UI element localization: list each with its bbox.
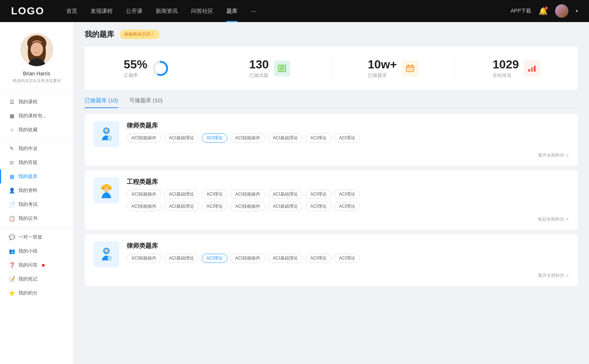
expand-lawyer-1-button[interactable]: 展开全部科目 ∨ (94, 152, 569, 158)
nav-open-course[interactable]: 公开课 (126, 8, 142, 15)
course-packages-icon: ▦ (9, 113, 15, 119)
questionbank-label: 我的题库 (18, 173, 38, 180)
layout: Brian Harris 错误的决定比没有决定要好 ☰ 我的课程 ▦ 我的课程包… (0, 22, 589, 364)
sidebar-item-answers[interactable]: ❓ 我的问答 (0, 258, 73, 272)
collapse-engineer-button[interactable]: 收起全部科目 ∧ (94, 216, 569, 222)
tag-0[interactable]: ACI技能操作 (127, 133, 161, 143)
done-banks-icon (402, 60, 418, 76)
l2-tag-1[interactable]: ACI基础理论 (164, 254, 199, 263)
group-icon: 👥 (9, 248, 15, 254)
tag-2[interactable]: ACI理论 (202, 133, 228, 143)
group-label: 我的小组 (18, 248, 38, 254)
svg-point-3 (31, 42, 43, 56)
stat-rank: 1029 全站排名 (455, 54, 578, 82)
one-on-one-label: 一对一答疑 (18, 234, 42, 240)
eng-tag-r1-3[interactable]: ACI技能操作 (230, 190, 265, 199)
homework-label: 我的作业 (18, 145, 38, 152)
svg-point-22 (107, 136, 112, 140)
user-dropdown-arrow[interactable]: ▾ (576, 8, 578, 14)
eng-tag-r1-6[interactable]: ACI理论 (334, 190, 360, 199)
qbank-card-engineer-header: 工程类题库 ACI技能操作 ACI基础理论 ACI理论 ACI技能操作 ACI基… (94, 178, 569, 211)
eng-tag-r1-0[interactable]: ACI技能操作 (127, 190, 161, 199)
notes-label: 我的笔记 (18, 276, 38, 282)
avatar-illustration (20, 33, 53, 66)
tab-available-banks[interactable]: 可做题库 (10) (129, 97, 163, 108)
nav-questionbank[interactable]: 题库 (226, 8, 237, 15)
svg-point-21 (105, 129, 108, 132)
svg-rect-17 (531, 67, 533, 72)
user-avatar[interactable] (555, 4, 568, 18)
tab-done-banks[interactable]: 已做题库 (10) (85, 97, 118, 108)
eng-tag-r2-5[interactable]: ACI理论 (306, 202, 331, 211)
my-courses-icon: ☰ (9, 99, 15, 105)
tag-1[interactable]: ACI基础理论 (164, 133, 199, 143)
stat-correct-rate: 55% 正确率 (85, 54, 208, 82)
favorites-label: 我的收藏 (18, 126, 38, 133)
sidebar-item-questionbank[interactable]: ▦ 我的题库 (0, 169, 73, 183)
sidebar-item-favorites[interactable]: ☆ 我的收藏 (0, 123, 73, 137)
course-packages-label: 我的课程包... (18, 113, 46, 119)
sidebar-user-motto: 错误的决定比没有决定要好 (13, 78, 61, 83)
eng-tag-r1-2[interactable]: ACI理论 (202, 190, 228, 199)
qbank-lawyer-1-title: 律师类题库 (127, 121, 569, 130)
svg-point-29 (105, 249, 108, 253)
sidebar-item-certificates[interactable]: 📋 我的证书 (0, 211, 73, 225)
eng-tag-r2-6[interactable]: ACI理论 (334, 202, 360, 211)
sidebar-item-course-packages[interactable]: ▦ 我的课程包... (0, 109, 73, 123)
eng-tag-r2-1[interactable]: ACI基础理论 (164, 202, 199, 211)
eng-tag-r1-1[interactable]: ACI基础理论 (164, 190, 199, 199)
my-questions-icon: ⊙ (9, 160, 15, 165)
expand-lawyer-2-button[interactable]: 展开全部科目 ∨ (94, 272, 569, 279)
l2-tag-2[interactable]: ACI理论 (202, 254, 228, 263)
lawyer-bank-icon (94, 121, 119, 147)
navbar-right: APP下载 🔔 ▾ (511, 4, 578, 18)
page-header: 我的题库 体验剩余23天！ (85, 29, 578, 39)
sidebar-item-points[interactable]: ⭐ 我的积分 (0, 286, 73, 300)
nav-courses[interactable]: 发现课程 (91, 8, 113, 15)
qbank-engineer-title: 工程类题库 (127, 178, 569, 186)
tag-4[interactable]: ACI基础理论 (268, 133, 303, 143)
l2-tag-6[interactable]: ACI理论 (334, 254, 360, 263)
l2-tag-5[interactable]: ACI理论 (306, 254, 331, 263)
tag-6[interactable]: ACI理论 (334, 133, 360, 143)
nav-news[interactable]: 新闻资讯 (156, 8, 178, 15)
sidebar-item-notes[interactable]: 📝 我的笔记 (0, 272, 73, 286)
qbank-lawyer-2-title: 律师类题库 (127, 242, 569, 250)
nav-qa[interactable]: 问答社区 (191, 8, 213, 15)
sidebar-item-group[interactable]: 👥 我的小组 (0, 244, 73, 258)
stats-bar: 55% 正确率 130 已做试题 (85, 47, 578, 90)
stat-rank-value: 1029 (493, 58, 519, 71)
exams-label: 我的考试 (18, 201, 38, 208)
app-download-button[interactable]: APP下载 (511, 8, 531, 14)
stat-done-questions-values: 130 已做试题 (249, 58, 269, 79)
eng-tag-r1-4[interactable]: ACI基础理论 (268, 190, 303, 199)
homework-icon: ✎ (9, 146, 15, 151)
eng-tag-r2-2[interactable]: ACI理论 (202, 202, 228, 211)
answers-label: 我的问答 (18, 262, 38, 268)
svg-point-30 (107, 256, 112, 261)
tag-3[interactable]: ACI技能操作 (230, 133, 265, 143)
l2-tag-4[interactable]: ACI基础理论 (268, 254, 303, 263)
nav-more[interactable]: ··· (251, 7, 256, 15)
l2-tag-3[interactable]: ACI技能操作 (230, 254, 265, 263)
notes-icon: 📝 (9, 276, 15, 282)
nav-home[interactable]: 首页 (66, 8, 77, 15)
my-questions-label: 我的答疑 (18, 159, 38, 166)
answers-icon: ❓ (9, 262, 15, 268)
sidebar-item-profile[interactable]: 👤 我的资料 (0, 183, 73, 197)
sidebar-item-my-courses[interactable]: ☰ 我的课程 (0, 95, 73, 109)
eng-tag-r2-0[interactable]: ACI技能操作 (127, 202, 161, 211)
l2-tag-0[interactable]: ACI技能操作 (127, 254, 161, 263)
eng-tag-r2-3[interactable]: ACI技能操作 (230, 202, 265, 211)
eng-tag-r2-4[interactable]: ACI基础理论 (268, 202, 303, 211)
eng-tag-r1-5[interactable]: ACI理论 (306, 190, 331, 199)
stat-correct-rate-value: 55% (124, 58, 147, 71)
notification-bell[interactable]: 🔔 (539, 7, 548, 15)
tag-5[interactable]: ACI理论 (306, 133, 331, 143)
sidebar-item-homework[interactable]: ✎ 我的作业 (0, 142, 73, 156)
navbar-links: 首页 发现课程 公开课 新闻资讯 问答社区 题库 ··· (66, 7, 511, 15)
sidebar-item-one-on-one[interactable]: 💬 一对一答疑 (0, 230, 73, 244)
svg-rect-16 (528, 69, 530, 72)
sidebar-item-my-questions[interactable]: ⊙ 我的答疑 (0, 156, 73, 169)
sidebar-item-exams[interactable]: 📄 我的考试 (0, 197, 73, 211)
